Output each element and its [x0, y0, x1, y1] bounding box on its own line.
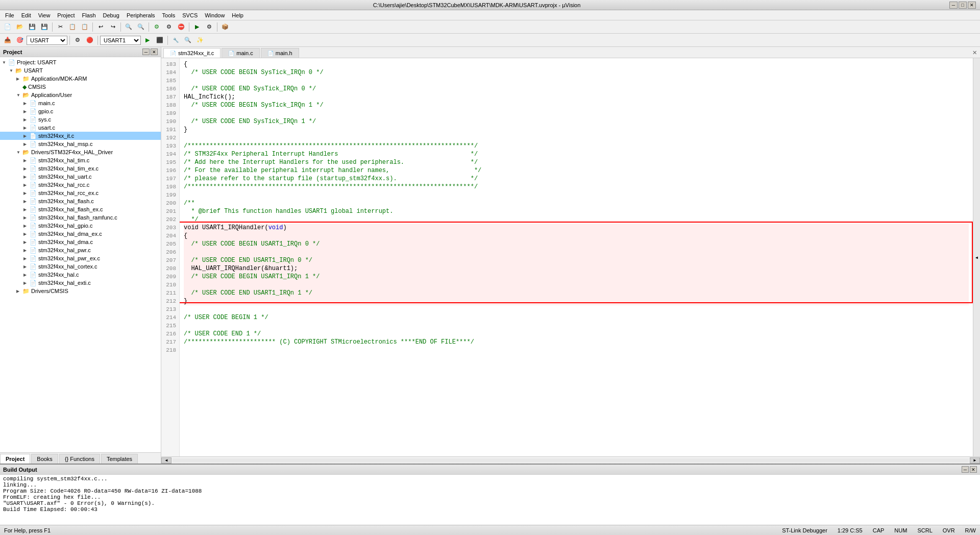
device-combo[interactable]: USART1 [100, 36, 141, 45]
expand-icon-13[interactable]: ▶ [23, 166, 30, 171]
tree-item-21[interactable]: ▶📄stm32f4xx_hal_dma_ex.c [0, 230, 161, 238]
tab-project[interactable]: Project [0, 454, 30, 464]
menu-item-window[interactable]: Window [202, 11, 228, 19]
paste-button[interactable]: 📋 [79, 22, 90, 32]
new-file-button[interactable]: 📄 [2, 22, 13, 32]
find-replace-button[interactable]: 🔍 [135, 22, 146, 32]
cut-button[interactable]: ✂ [55, 22, 66, 32]
undo-button[interactable]: ↩ [95, 22, 106, 32]
expand-icon-7[interactable]: ▶ [23, 117, 30, 122]
expand-icon-11[interactable]: ▼ [16, 150, 22, 155]
tab-books[interactable]: Books [31, 454, 58, 464]
expand-icon-28[interactable]: ▶ [16, 289, 22, 294]
scroll-left-button[interactable]: ◀ [161, 457, 172, 464]
minimize-button[interactable]: ─ [949, 2, 958, 9]
maximize-button[interactable]: □ [959, 2, 967, 9]
tree-item-14[interactable]: ▶📄stm32f4xx_hal_uart.c [0, 173, 161, 181]
stop-button[interactable]: ⬛ [154, 35, 165, 45]
tree-item-13[interactable]: ▶📄stm32f4xx_hal_tim_ex.c [0, 164, 161, 173]
menu-item-view[interactable]: View [35, 11, 54, 19]
expand-icon-26[interactable]: ▶ [23, 273, 30, 277]
expand-icon-14[interactable]: ▶ [23, 175, 30, 179]
expand-icon-16[interactable]: ▶ [23, 191, 30, 196]
scroll-right-button[interactable]: ▶ [970, 457, 980, 464]
target-options-button[interactable]: ⚙ [204, 22, 215, 32]
tree-item-9[interactable]: ▶📄stm32f4xx_it.c [0, 132, 161, 140]
build-button[interactable]: ⚙ [151, 22, 162, 32]
wand-button[interactable]: ✨ [194, 35, 206, 45]
close-button[interactable]: ✕ [968, 2, 976, 9]
breakpoints-button[interactable]: 🔴 [84, 35, 95, 45]
expand-icon-6[interactable]: ▶ [23, 109, 30, 114]
tab-main-c[interactable]: 📄 main.c [222, 48, 259, 58]
target-combo[interactable]: USART [27, 36, 67, 45]
menu-item-peripherals[interactable]: Peripherals [124, 11, 158, 19]
tab-functions[interactable]: {} Functions [59, 454, 100, 464]
run-button[interactable]: ▶ [142, 35, 153, 45]
tree-item-22[interactable]: ▶📄stm32f4xx_hal_dma.c [0, 238, 161, 246]
editor-close-icon[interactable]: ✕ [972, 47, 978, 58]
expand-icon-27[interactable]: ▶ [23, 281, 30, 285]
build-output-minus-button[interactable]: ─ [962, 466, 969, 473]
tab-main-h[interactable]: 📄 main.h [261, 48, 299, 58]
expand-icon-0[interactable]: ▼ [2, 60, 8, 65]
target-select-button[interactable]: 🎯 [14, 35, 26, 45]
search-button[interactable]: 🔍 [182, 35, 193, 45]
copy-button[interactable]: 📋 [67, 22, 78, 32]
expand-icon-21[interactable]: ▶ [23, 232, 30, 236]
tree-item-4[interactable]: ▼📂Application/User [0, 91, 161, 99]
debug-button[interactable]: ▶ [191, 22, 203, 32]
stop-build-button[interactable]: ⛔ [176, 22, 187, 32]
redo-button[interactable]: ↪ [107, 22, 118, 32]
expand-icon-9[interactable]: ▶ [23, 134, 30, 138]
peripheral-button[interactable]: ⚙ [72, 35, 83, 45]
build-output-close-button[interactable]: ✕ [970, 466, 977, 473]
menu-item-svcs[interactable]: SVCS [179, 11, 201, 19]
expand-icon-20[interactable]: ▶ [23, 224, 30, 228]
menu-item-project[interactable]: Project [54, 11, 78, 19]
expand-icon-10[interactable]: ▶ [23, 142, 30, 147]
rebuild-button[interactable]: ⚙ [163, 22, 175, 32]
tree-item-28[interactable]: ▶📁Drivers/CMSIS [0, 287, 161, 295]
tree-item-26[interactable]: ▶📄stm32f4xx_hal.c [0, 271, 161, 279]
expand-icon-19[interactable]: ▶ [23, 215, 30, 220]
expand-icon-8[interactable]: ▶ [23, 126, 30, 130]
menu-item-file[interactable]: File [2, 11, 17, 19]
open-button[interactable]: 📂 [14, 22, 26, 32]
expand-icon-5[interactable]: ▶ [23, 101, 30, 106]
panel-minus-button[interactable]: ─ [142, 48, 150, 55]
tree-item-7[interactable]: ▶📄sys.c [0, 115, 161, 124]
menu-item-tools[interactable]: Tools [159, 11, 179, 19]
load-button[interactable]: 📥 [2, 35, 13, 45]
tree-item-25[interactable]: ▶📄stm32f4xx_hal_cortex.c [0, 262, 161, 271]
tree-item-1[interactable]: ▼📂USART [0, 66, 161, 75]
tree-item-23[interactable]: ▶📄stm32f4xx_hal_pwr.c [0, 246, 161, 254]
menu-item-edit[interactable]: Edit [18, 11, 34, 19]
tree-item-6[interactable]: ▶📄gpio.c [0, 107, 161, 115]
horizontal-scrollbar[interactable]: ◀ ▶ [161, 456, 980, 464]
tree-item-2[interactable]: ▶📁Application/MDK-ARM [0, 75, 161, 83]
expand-icon-18[interactable]: ▶ [23, 207, 30, 212]
tree-item-3[interactable]: ◆CMSIS [0, 83, 161, 91]
tree-item-18[interactable]: ▶📄stm32f4xx_hal_flash_ex.c [0, 205, 161, 213]
tree-item-0[interactable]: ▼📄Project: USART [0, 58, 161, 66]
tree-item-11[interactable]: ▼📂Drivers/STM32F4xx_HAL_Driver [0, 148, 161, 156]
hscroll-track[interactable] [173, 458, 969, 463]
find-button[interactable]: 🔍 [123, 22, 134, 32]
tree-item-10[interactable]: ▶📄stm32f4xx_hal_msp.c [0, 140, 161, 148]
expand-icon-2[interactable]: ▶ [16, 77, 22, 81]
expand-icon-25[interactable]: ▶ [23, 264, 30, 269]
tree-item-12[interactable]: ▶📄stm32f4xx_hal_tim.c [0, 156, 161, 164]
expand-icon-15[interactable]: ▶ [23, 183, 30, 187]
tree-item-24[interactable]: ▶📄stm32f4xx_hal_pwr_ex.c [0, 254, 161, 262]
expand-icon-4[interactable]: ▼ [16, 93, 22, 98]
expand-icon-17[interactable]: ▶ [23, 199, 30, 204]
menu-item-debug[interactable]: Debug [100, 11, 122, 19]
expand-icon-1[interactable]: ▼ [9, 68, 15, 73]
right-panel-button[interactable]: ◀ [973, 58, 980, 456]
menu-item-flash[interactable]: Flash [79, 11, 99, 19]
expand-icon-22[interactable]: ▶ [23, 240, 30, 245]
settings-button[interactable]: 🔧 [170, 35, 181, 45]
panel-close-button[interactable]: ✕ [151, 48, 158, 55]
tree-item-8[interactable]: ▶📄usart.c [0, 124, 161, 132]
